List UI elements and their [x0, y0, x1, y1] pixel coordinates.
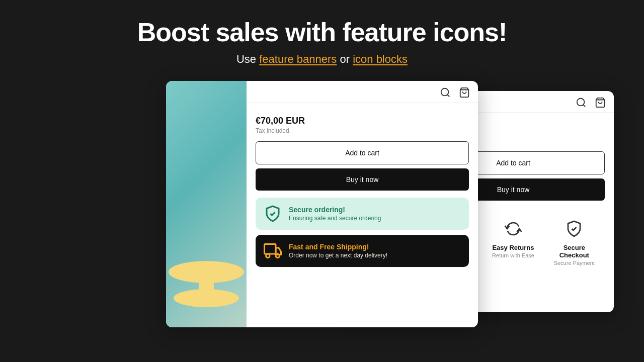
search-icon-left[interactable] [440, 87, 451, 98]
easy-returns-title: Easy Returns [487, 244, 539, 251]
svg-point-7 [266, 254, 270, 258]
main-title: Boost sales with feature icons! [10, 18, 634, 47]
cart-icon-right[interactable] [595, 97, 606, 108]
svg-line-13 [583, 105, 585, 107]
cart-icon-left[interactable] [459, 87, 470, 98]
easy-returns-sub: Return with Ease [487, 252, 539, 258]
secure-checkout-block: Secure Checkout Secure Payment [544, 212, 605, 270]
header-section: Boost sales with feature icons! Use feat… [0, 0, 644, 81]
subtitle-or: or [340, 53, 353, 65]
secure-checkout-sub: Secure Payment [548, 260, 601, 266]
search-icon-right[interactable] [576, 97, 587, 108]
tax-left: Tax included. [256, 127, 469, 134]
secure-banner-subtitle: Ensuring safe and secure ordering [289, 215, 381, 222]
navbar-left [247, 81, 478, 103]
shield-check-icon [264, 205, 282, 223]
easy-returns-block: Easy Returns Return with Ease [482, 212, 543, 270]
product-image-left [166, 81, 247, 327]
card-left: €70,00 EUR Tax included. Add to cart Buy… [166, 81, 478, 327]
shield-icon-block [565, 220, 583, 238]
shipping-banner-text: Fast and Free Shipping! Order now to get… [289, 243, 387, 259]
icon-blocks-link[interactable]: icon blocks [353, 53, 408, 65]
svg-point-3 [441, 88, 449, 96]
svg-point-2 [174, 289, 239, 307]
price-left: €70,00 EUR [256, 116, 469, 126]
shipping-banner-title: Fast and Free Shipping! [289, 243, 387, 251]
secure-checkout-title: Secure Checkout [548, 244, 601, 259]
svg-line-4 [447, 95, 449, 97]
subtitle-text: Use [236, 53, 259, 65]
cards-container: €70,00 EUR Tax included. Add to cart Buy… [0, 81, 644, 327]
feature-banners-link[interactable]: feature banners [259, 53, 337, 65]
returns-icon-block [504, 220, 522, 238]
secure-ordering-banner: Secure ordering! Ensuring safe and secur… [256, 198, 469, 230]
svg-rect-6 [265, 244, 276, 254]
svg-point-8 [276, 254, 280, 258]
buy-now-btn-left[interactable]: Buy it now [256, 168, 469, 191]
plate-decoration-left [166, 252, 247, 312]
shipping-banner-subtitle: Order now to get a next day delivery! [289, 252, 387, 259]
shipping-banner: Fast and Free Shipping! Order now to get… [256, 235, 469, 267]
add-to-cart-btn-left[interactable]: Add to cart [256, 141, 469, 164]
secure-banner-text: Secure ordering! Ensuring safe and secur… [289, 206, 381, 222]
truck-icon [264, 242, 282, 260]
secure-banner-title: Secure ordering! [289, 206, 381, 214]
card-content-left: €70,00 EUR Tax included. Add to cart Buy… [247, 103, 478, 276]
subtitle: Use feature banners or icon blocks [10, 53, 634, 66]
svg-point-12 [577, 99, 585, 106]
